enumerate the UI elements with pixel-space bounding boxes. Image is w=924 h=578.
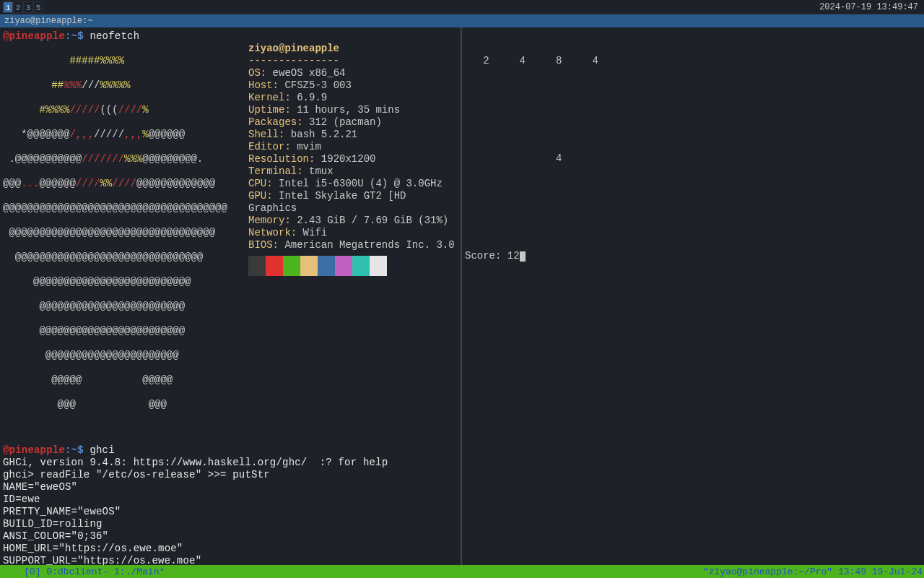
palette-5 bbox=[335, 256, 352, 276]
pane-right[interactable]: 2 4 8 4 4 Score: 12 bbox=[462, 27, 924, 566]
palette-2 bbox=[283, 256, 300, 276]
pane-left[interactable]: @pineapple:~$ neofetch #####%%%% ##%%%//… bbox=[0, 27, 461, 566]
palette-1 bbox=[266, 256, 283, 276]
ascii-art: #####%%%% ##%%%///%%%%% #%%%%/////(((///… bbox=[3, 43, 248, 436]
prompt-neofetch: @pineapple:~$ neofetch bbox=[3, 30, 458, 43]
os-release-2: PRETTY_NAME="eweOS" bbox=[3, 506, 458, 518]
tmux-statusbar[interactable]: [0] 0:dbclient- 1:./Main* "ziyao@pineapp… bbox=[0, 565, 924, 578]
nf-kernel: Kernel: 6.9.9 bbox=[248, 92, 458, 104]
ghci-cmd-line: ghci> readFile "/etc/os-release" >>= put… bbox=[3, 469, 458, 481]
nf-shell: Shell: bash 5.2.21 bbox=[248, 129, 458, 141]
nf-separator: --------------- bbox=[248, 55, 458, 67]
os-release-0: NAME="eweOS" bbox=[3, 481, 458, 493]
nf-cpu: CPU: Intel i5-6300U (4) @ 3.0GHz bbox=[248, 178, 458, 190]
nf-host: Host: CFSZ5-3 003 bbox=[248, 79, 458, 92]
tmux-right: "ziyao@pineapple:~/Pro" 13:49 19-Jul-24 bbox=[681, 556, 923, 579]
topbar: 1 2 3 5 2024-07-19 13:49:47 bbox=[0, 0, 924, 14]
neofetch-output: #####%%%% ##%%%///%%%%% #%%%%/////(((///… bbox=[3, 43, 458, 436]
window-title: ziyao@pineapple:~ bbox=[0, 14, 924, 27]
game-row-2: 4 bbox=[465, 152, 921, 165]
os-release-3: BUILD_ID=rolling bbox=[3, 518, 458, 530]
workspace-tab-3[interactable]: 3 bbox=[23, 1, 33, 13]
nf-resolution: Resolution: 1920x1200 bbox=[248, 153, 458, 165]
nf-bios: BIOS: American Megatrends Inc. 3.0 bbox=[248, 239, 458, 251]
palette-6 bbox=[352, 256, 370, 276]
clock-label: 2024-07-19 13:49:47 bbox=[819, 2, 921, 12]
palette-0 bbox=[248, 256, 266, 276]
os-release-4: ANSI_COLOR="0;36" bbox=[3, 530, 458, 543]
cursor-block bbox=[520, 251, 526, 262]
workspace-tabs: 1 2 3 5 bbox=[3, 1, 43, 13]
palette-4 bbox=[318, 256, 335, 276]
nf-packages: Packages: 312 (pacman) bbox=[248, 116, 458, 129]
nf-uptime: Uptime: 11 hours, 35 mins bbox=[248, 104, 458, 116]
workspace-tab-2[interactable]: 2 bbox=[13, 1, 23, 13]
nf-os: OS: eweOS x86_64 bbox=[248, 67, 458, 79]
nf-header: ziyao@pineapple bbox=[248, 43, 458, 55]
os-release-1: ID=ewe bbox=[3, 493, 458, 506]
ghci-banner: GHCi, version 9.4.8: https://www.haskell… bbox=[3, 457, 458, 469]
game-score: Score: 12 bbox=[465, 250, 921, 262]
workspace-tab-1[interactable]: 1 bbox=[3, 1, 13, 13]
prompt-ghci: @pineapple:~$ ghci bbox=[3, 444, 458, 457]
nf-network: Network: Wifi bbox=[248, 227, 458, 239]
workspace-tab-5[interactable]: 5 bbox=[33, 1, 43, 13]
nf-memory: Memory: 2.43 GiB / 7.69 GiB (31%) bbox=[248, 215, 458, 227]
color-palette bbox=[248, 256, 458, 276]
os-release-5: HOME_URL="https://os.ewe.moe" bbox=[3, 543, 458, 555]
palette-7 bbox=[370, 256, 387, 276]
tmux-left: [0] 0:dbclient- 1:./Main* bbox=[1, 556, 165, 579]
palette-3 bbox=[300, 256, 318, 276]
neofetch-info: ziyao@pineapple --------------- OS: eweO… bbox=[248, 43, 458, 436]
panes-container: @pineapple:~$ neofetch #####%%%% ##%%%//… bbox=[0, 27, 924, 566]
game-row-1: 2 4 8 4 bbox=[465, 55, 921, 67]
nf-terminal: Terminal: tmux bbox=[248, 165, 458, 178]
nf-gpu: GPU: Intel Skylake GT2 [HD Graphics bbox=[248, 190, 458, 215]
nf-editor: Editor: mvim bbox=[248, 141, 458, 153]
